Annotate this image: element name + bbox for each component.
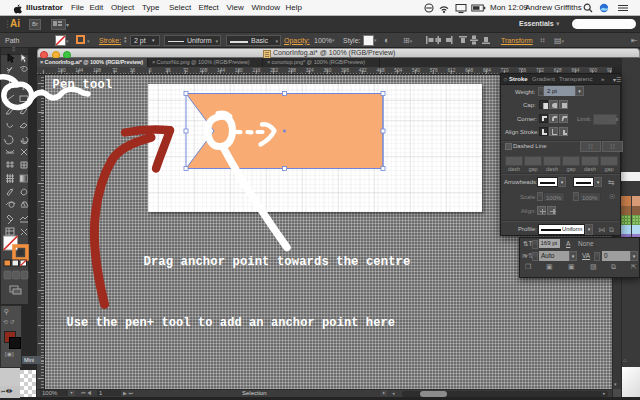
svg-text:Drag anchor point towards the: Drag anchor point towards the centre (144, 255, 411, 269)
svg-text:Use the pen+ tool to add an an: Use the pen+ tool to add an anchor point… (67, 316, 396, 330)
svg-text:Pen tool: Pen tool (53, 78, 113, 92)
